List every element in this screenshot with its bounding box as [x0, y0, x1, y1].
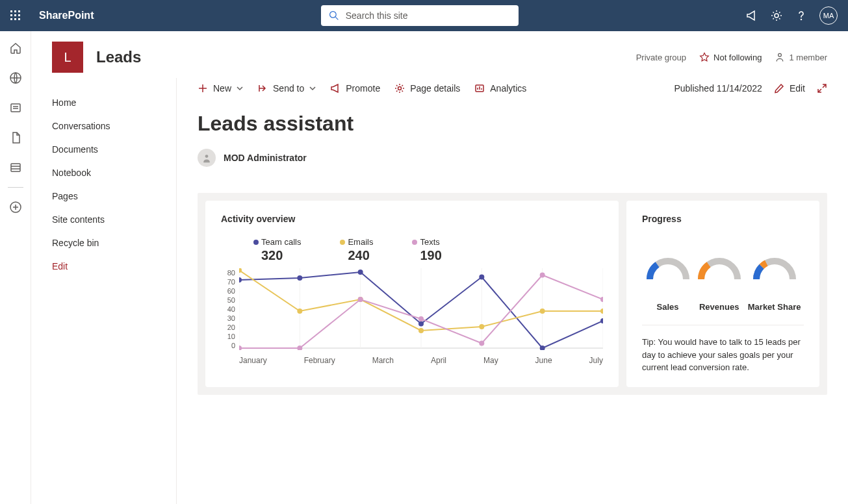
- published-label: Published 11/14/2022: [674, 83, 762, 94]
- svg-point-53: [358, 297, 363, 302]
- svg-rect-6: [10, 18, 12, 20]
- privacy-label: Private group: [636, 53, 686, 62]
- svg-point-55: [479, 341, 484, 346]
- nav-documents[interactable]: Documents: [31, 138, 176, 161]
- gauge-label: Revenues: [699, 302, 739, 312]
- nav-pages[interactable]: Pages: [31, 184, 176, 208]
- help-icon[interactable]: [795, 9, 808, 22]
- analytics-icon: [474, 83, 485, 94]
- svg-point-50: [600, 309, 603, 314]
- svg-point-11: [775, 14, 778, 18]
- nav-conversations[interactable]: Conversations: [31, 114, 176, 138]
- nav-recycle-bin[interactable]: Recycle bin: [31, 231, 176, 255]
- gauge-label: Market Share: [748, 302, 801, 312]
- svg-rect-1: [14, 10, 16, 12]
- dot-icon: [340, 240, 345, 245]
- news-icon[interactable]: [9, 101, 22, 114]
- edit-button[interactable]: Edit: [774, 83, 805, 94]
- svg-point-43: [600, 318, 603, 323]
- page-title: Leads assistant: [198, 112, 827, 136]
- svg-point-56: [540, 273, 545, 278]
- svg-point-23: [778, 53, 782, 57]
- svg-point-39: [358, 270, 363, 275]
- search-input[interactable]: [346, 10, 511, 21]
- suite-bar: SharePoint MA: [0, 0, 848, 31]
- send-to-button[interactable]: Send to: [257, 83, 316, 94]
- svg-point-9: [329, 12, 336, 18]
- app-name[interactable]: SharePoint: [39, 10, 94, 21]
- progress-title: Progress: [642, 214, 804, 224]
- svg-rect-0: [10, 10, 12, 12]
- svg-point-51: [239, 346, 242, 350]
- gauge: Market Share: [748, 257, 801, 312]
- command-bar: New Send to Promote Page details: [177, 78, 848, 99]
- svg-line-10: [335, 17, 338, 19]
- chart-legend: Team calls 320 Emails 240 Texts 190: [253, 237, 603, 263]
- legend-texts: Texts 190: [412, 237, 441, 263]
- svg-point-26: [398, 87, 402, 90]
- add-icon[interactable]: [9, 201, 22, 214]
- user-avatar[interactable]: MA: [819, 6, 838, 25]
- site-title[interactable]: Leads: [96, 48, 141, 66]
- svg-rect-3: [10, 14, 12, 16]
- list-icon[interactable]: [9, 161, 22, 174]
- follow-button[interactable]: Not following: [699, 52, 762, 62]
- svg-point-49: [540, 309, 545, 314]
- gauge-row: SalesRevenuesMarket Share: [642, 257, 804, 312]
- chart-plot-area: [239, 268, 603, 350]
- new-button[interactable]: New: [198, 83, 243, 94]
- analytics-button[interactable]: Analytics: [474, 83, 526, 94]
- megaphone-icon[interactable]: [745, 9, 758, 22]
- side-nav: Home Conversations Documents Notebook Pa…: [31, 78, 177, 504]
- svg-point-41: [479, 275, 484, 280]
- canvas: Activity overview Team calls 320 Emails …: [198, 193, 827, 395]
- svg-point-28: [205, 155, 209, 158]
- gauge: Sales: [645, 257, 691, 312]
- svg-rect-14: [11, 104, 20, 112]
- nav-edit[interactable]: Edit: [31, 255, 176, 278]
- svg-point-48: [479, 324, 484, 329]
- gauge: Revenues: [697, 257, 742, 312]
- person-icon: [775, 52, 785, 62]
- promote-button[interactable]: Promote: [330, 83, 380, 94]
- page-details-button[interactable]: Page details: [394, 83, 460, 94]
- file-icon[interactable]: [9, 131, 22, 144]
- x-axis-labels: JanuaryFebruaryMarchAprilMayJuneJuly: [239, 356, 603, 365]
- globe-icon[interactable]: [9, 71, 22, 84]
- chevron-down-icon: [237, 85, 243, 92]
- svg-point-54: [418, 316, 424, 321]
- author-name: MOD Administrator: [224, 153, 307, 163]
- megaphone-icon: [330, 83, 340, 94]
- gauge-label: Sales: [657, 302, 679, 312]
- svg-rect-7: [14, 18, 16, 20]
- expand-icon[interactable]: [817, 83, 827, 94]
- svg-point-40: [418, 321, 424, 327]
- search-box[interactable]: [321, 5, 519, 26]
- settings-icon[interactable]: [770, 9, 783, 22]
- nav-site-contents[interactable]: Site contents: [31, 208, 176, 231]
- legend-team-calls: Team calls 320: [253, 237, 301, 263]
- author-row: MOD Administrator: [198, 149, 827, 167]
- activity-card: Activity overview Team calls 320 Emails …: [205, 201, 619, 387]
- members-button[interactable]: 1 member: [775, 52, 827, 62]
- svg-rect-8: [18, 18, 20, 20]
- dot-icon: [253, 240, 259, 245]
- nav-home[interactable]: Home: [31, 91, 176, 114]
- nav-notebook[interactable]: Notebook: [31, 161, 176, 184]
- svg-point-57: [600, 297, 603, 302]
- send-icon: [257, 83, 268, 94]
- site-logo[interactable]: L: [52, 42, 83, 73]
- dot-icon: [412, 240, 417, 245]
- home-icon[interactable]: [9, 42, 22, 55]
- plus-icon: [198, 83, 208, 94]
- svg-point-47: [418, 328, 424, 333]
- pencil-icon: [774, 83, 784, 94]
- activity-title: Activity overview: [221, 214, 603, 224]
- svg-rect-4: [14, 14, 16, 16]
- app-launcher-icon[interactable]: [5, 5, 26, 26]
- svg-point-37: [239, 277, 242, 283]
- svg-rect-5: [18, 14, 20, 16]
- svg-rect-17: [11, 164, 20, 171]
- svg-point-12: [801, 19, 802, 20]
- y-axis-labels: 80706050403020100: [221, 268, 235, 350]
